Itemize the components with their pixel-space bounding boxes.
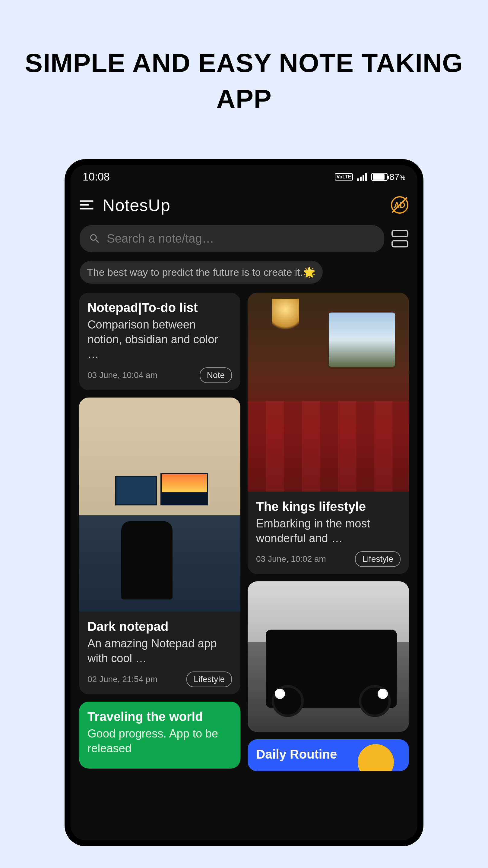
note-card-daily-routine[interactable]: Daily Routine bbox=[248, 739, 409, 771]
note-tag[interactable]: Lifestyle bbox=[355, 551, 401, 567]
note-title: The kings lifestyle bbox=[256, 499, 401, 514]
note-time: 03 June, 10:02 am bbox=[256, 554, 326, 564]
note-time: 02 June, 21:54 pm bbox=[87, 675, 157, 684]
note-time: 03 June, 10:04 am bbox=[87, 370, 157, 380]
battery-pct-value: 87 bbox=[390, 172, 399, 182]
note-desc: Good progress. App to be released bbox=[87, 726, 232, 756]
note-tag[interactable]: Lifestyle bbox=[186, 672, 232, 687]
note-desc: An amazing Notepad app with cool … bbox=[87, 636, 232, 666]
note-card-kings-lifestyle[interactable]: The kings lifestyle Embarking in the mos… bbox=[248, 293, 409, 575]
note-card-notepad-todo[interactable]: Notepad|To-do list Comparison between no… bbox=[79, 293, 240, 390]
app-bar: NotesUp AD bbox=[70, 186, 418, 218]
signal-icon bbox=[357, 173, 367, 181]
phone-frame: 10:08 VoLTE 87% NotesUp AD Search a note… bbox=[64, 159, 424, 846]
search-placeholder: Search a note/tag… bbox=[107, 232, 214, 245]
status-right: VoLTE 87% bbox=[335, 172, 405, 182]
quote-pill: The best way to predict the future is to… bbox=[80, 261, 323, 284]
notes-masonry: Notepad|To-do list Comparison between no… bbox=[70, 290, 418, 840]
note-title: Traveling the world bbox=[87, 710, 232, 724]
note-title: Dark notepad bbox=[87, 619, 232, 634]
ad-label: AD bbox=[394, 200, 405, 210]
status-time: 10:08 bbox=[83, 170, 110, 183]
phone-screen: 10:08 VoLTE 87% NotesUp AD Search a note… bbox=[70, 165, 418, 840]
note-card-daily-routine-thumb[interactable] bbox=[248, 581, 409, 732]
note-desc: Comparison between notion, obsidian and … bbox=[87, 317, 232, 362]
search-input[interactable]: Search a note/tag… bbox=[80, 225, 384, 252]
note-thumbnail bbox=[79, 398, 240, 612]
remove-ads-icon[interactable]: AD bbox=[391, 196, 408, 214]
note-title: Notepad|To-do list bbox=[87, 301, 232, 315]
note-card-dark-notepad[interactable]: Dark notepad An amazing Notepad app with… bbox=[79, 398, 240, 694]
page-headline: SIMPLE AND EASY NOTE TAKING APP bbox=[0, 0, 488, 117]
battery-pct-suffix: % bbox=[399, 174, 405, 181]
app-title: NotesUp bbox=[103, 195, 170, 215]
masonry-col-right: The kings lifestyle Embarking in the mos… bbox=[248, 293, 409, 837]
note-desc: Embarking in the most wonderful and … bbox=[256, 516, 401, 546]
status-bar: 10:08 VoLTE 87% bbox=[70, 165, 418, 186]
battery-icon: 87% bbox=[371, 172, 405, 182]
menu-icon[interactable] bbox=[80, 200, 93, 210]
masonry-col-left: Notepad|To-do list Comparison between no… bbox=[79, 293, 240, 837]
search-icon bbox=[89, 233, 101, 245]
volte-badge: VoLTE bbox=[335, 173, 353, 181]
note-tag[interactable]: Note bbox=[200, 367, 232, 383]
note-thumbnail bbox=[248, 581, 409, 732]
note-card-traveling[interactable]: Traveling the world Good progress. App t… bbox=[79, 702, 240, 769]
note-thumbnail bbox=[248, 293, 409, 492]
layout-toggle-icon[interactable] bbox=[392, 230, 408, 247]
